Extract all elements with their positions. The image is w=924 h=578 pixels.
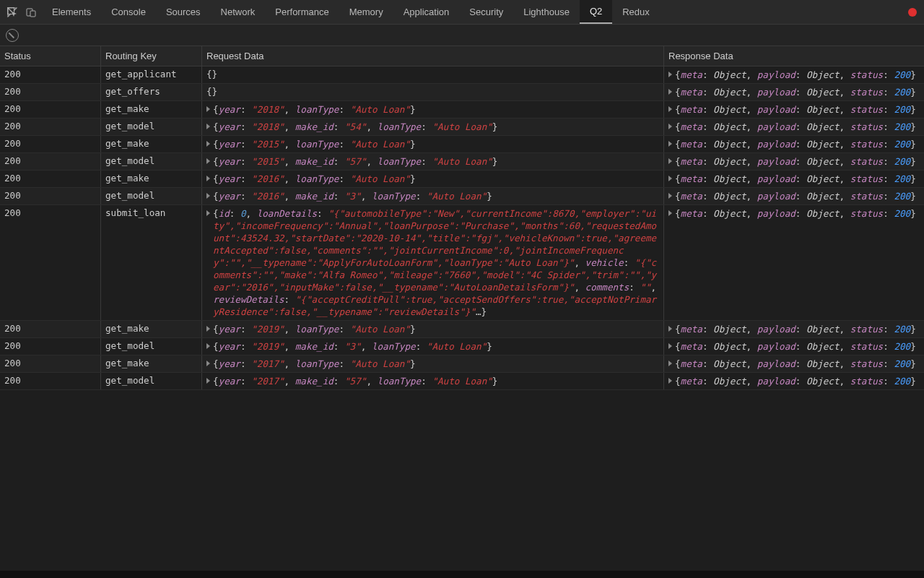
cell-routing-key: get_model — [101, 153, 202, 170]
cell-response-data[interactable]: {meta: Object, payload: Object, status: … — [664, 101, 924, 118]
cell-routing-key: submit_loan — [101, 205, 202, 320]
table-row[interactable]: 200get_model{year: "2019", make_id: "3",… — [0, 338, 924, 355]
cell-status: 200 — [0, 321, 101, 337]
table-row[interactable]: 200submit_loan{id: 0, loanDetails: "{"au… — [0, 205, 924, 321]
cell-response-data[interactable]: {meta: Object, payload: Object, status: … — [664, 84, 924, 100]
expand-icon[interactable] — [206, 124, 210, 129]
cell-request-data[interactable]: {year: "2018", make_id: "54", loanType: … — [202, 118, 664, 135]
expand-icon[interactable] — [668, 193, 672, 199]
tab-performance[interactable]: Performance — [265, 0, 339, 24]
cell-status: 200 — [0, 205, 101, 320]
expand-icon[interactable] — [668, 106, 672, 112]
col-header-request[interactable]: Request Data — [202, 46, 664, 66]
cell-request-data[interactable]: {year: "2016", loanType: "Auto Loan"} — [202, 171, 664, 187]
cell-response-data[interactable]: {meta: Object, payload: Object, status: … — [664, 188, 924, 204]
col-header-status[interactable]: Status — [0, 46, 101, 66]
table-row[interactable]: 200get_model{year: "2017", make_id: "57"… — [0, 373, 924, 390]
cell-status: 200 — [0, 373, 101, 389]
tab-q2[interactable]: Q2 — [580, 0, 612, 24]
cell-request-data[interactable]: {year: "2018", loanType: "Auto Loan"} — [202, 101, 664, 118]
col-header-routing-key[interactable]: Routing Key — [101, 46, 202, 66]
expand-icon[interactable] — [206, 106, 210, 112]
error-indicator-icon[interactable] — [908, 8, 917, 17]
cell-routing-key: get_make — [101, 101, 202, 118]
expand-icon[interactable] — [206, 326, 210, 332]
cell-response-data[interactable]: {meta: Object, payload: Object, status: … — [664, 66, 924, 83]
tab-security[interactable]: Security — [459, 0, 513, 24]
expand-icon[interactable] — [668, 343, 672, 349]
cell-response-data[interactable]: {meta: Object, payload: Object, status: … — [664, 136, 924, 152]
cell-response-data[interactable]: {meta: Object, payload: Object, status: … — [664, 153, 924, 170]
tab-application[interactable]: Application — [393, 0, 460, 24]
table-row[interactable]: 200get_model{year: "2018", make_id: "54"… — [0, 118, 924, 136]
tab-elements[interactable]: Elements — [42, 0, 101, 24]
cell-response-data[interactable]: {meta: Object, payload: Object, status: … — [664, 171, 924, 187]
tab-console[interactable]: Console — [101, 0, 156, 24]
expand-icon[interactable] — [668, 158, 672, 164]
cell-status: 200 — [0, 338, 101, 355]
cell-request-data[interactable]: {year: "2017", make_id: "57", loanType: … — [202, 373, 664, 389]
top-tab-bar: ElementsConsoleSourcesNetworkPerformance… — [0, 0, 924, 25]
tab-lighthouse[interactable]: Lighthouse — [513, 0, 580, 24]
expand-icon[interactable] — [668, 361, 672, 366]
tab-redux[interactable]: Redux — [612, 0, 660, 24]
expand-icon[interactable] — [206, 210, 210, 216]
cell-request-data[interactable]: {year: "2017", loanType: "Auto Loan"} — [202, 355, 664, 372]
cell-request-data[interactable]: {} — [202, 66, 664, 83]
expand-icon[interactable] — [668, 89, 672, 95]
cell-request-data[interactable]: {year: "2015", make_id: "57", loanType: … — [202, 153, 664, 170]
table-row[interactable]: 200get_make{year: "2018", loanType: "Aut… — [0, 101, 924, 118]
cell-request-data[interactable]: {id: 0, loanDetails: "{"automobileType":… — [202, 205, 664, 320]
cell-response-data[interactable]: {meta: Object, payload: Object, status: … — [664, 205, 924, 320]
table-row[interactable]: 200get_make{year: "2016", loanType: "Aut… — [0, 171, 924, 188]
expand-icon[interactable] — [668, 124, 672, 129]
expand-icon[interactable] — [206, 343, 210, 349]
expand-icon[interactable] — [206, 176, 210, 181]
cell-request-data[interactable]: {year: "2019", make_id: "3", loanType: "… — [202, 338, 664, 355]
cell-request-data[interactable]: {} — [202, 84, 664, 100]
devtools-panel: ElementsConsoleSourcesNetworkPerformance… — [0, 0, 924, 578]
col-header-response[interactable]: Response Data — [664, 46, 924, 66]
cell-status: 200 — [0, 171, 101, 187]
cell-request-data[interactable]: {year: "2016", make_id: "3", loanType: "… — [202, 188, 664, 204]
table-row[interactable]: 200get_applicant{}{meta: Object, payload… — [0, 66, 924, 84]
tab-network[interactable]: Network — [211, 0, 266, 24]
expand-icon[interactable] — [668, 176, 672, 181]
expand-icon[interactable] — [668, 378, 672, 384]
cell-routing-key: get_make — [101, 136, 202, 152]
table-row[interactable]: 200get_offers{}{meta: Object, payload: O… — [0, 84, 924, 101]
clear-log-icon[interactable] — [6, 29, 19, 42]
table-row[interactable]: 200get_model{year: "2015", make_id: "57"… — [0, 153, 924, 171]
expand-icon[interactable] — [206, 361, 210, 366]
cell-routing-key: get_model — [101, 188, 202, 204]
cell-routing-key: get_make — [101, 355, 202, 372]
expand-icon[interactable] — [206, 141, 210, 147]
cell-status: 200 — [0, 118, 101, 135]
inspect-icon[interactable] — [4, 4, 20, 20]
cell-request-data[interactable]: {year: "2015", loanType: "Auto Loan"} — [202, 136, 664, 152]
cell-response-data[interactable]: {meta: Object, payload: Object, status: … — [664, 321, 924, 337]
tab-memory[interactable]: Memory — [339, 0, 393, 24]
expand-icon[interactable] — [668, 72, 672, 77]
expand-icon[interactable] — [668, 141, 672, 147]
cell-routing-key: get_applicant — [101, 66, 202, 83]
table-row[interactable]: 200get_make{year: "2015", loanType: "Aut… — [0, 136, 924, 153]
cell-response-data[interactable]: {meta: Object, payload: Object, status: … — [664, 118, 924, 135]
expand-icon[interactable] — [668, 210, 672, 216]
expand-icon[interactable] — [668, 326, 672, 332]
cell-response-data[interactable]: {meta: Object, payload: Object, status: … — [664, 355, 924, 372]
cell-request-data[interactable]: {year: "2019", loanType: "Auto Loan"} — [202, 321, 664, 337]
cell-status: 200 — [0, 188, 101, 204]
table-row[interactable]: 200get_make{year: "2017", loanType: "Aut… — [0, 355, 924, 373]
cell-status: 200 — [0, 101, 101, 118]
tab-sources[interactable]: Sources — [156, 0, 211, 24]
cell-response-data[interactable]: {meta: Object, payload: Object, status: … — [664, 373, 924, 389]
cell-status: 200 — [0, 84, 101, 100]
expand-icon[interactable] — [206, 193, 210, 199]
table-row[interactable]: 200get_make{year: "2019", loanType: "Aut… — [0, 321, 924, 338]
expand-icon[interactable] — [206, 158, 210, 164]
expand-icon[interactable] — [206, 378, 210, 384]
table-row[interactable]: 200get_model{year: "2016", make_id: "3",… — [0, 188, 924, 205]
cell-response-data[interactable]: {meta: Object, payload: Object, status: … — [664, 338, 924, 355]
device-toggle-icon[interactable] — [23, 4, 39, 20]
